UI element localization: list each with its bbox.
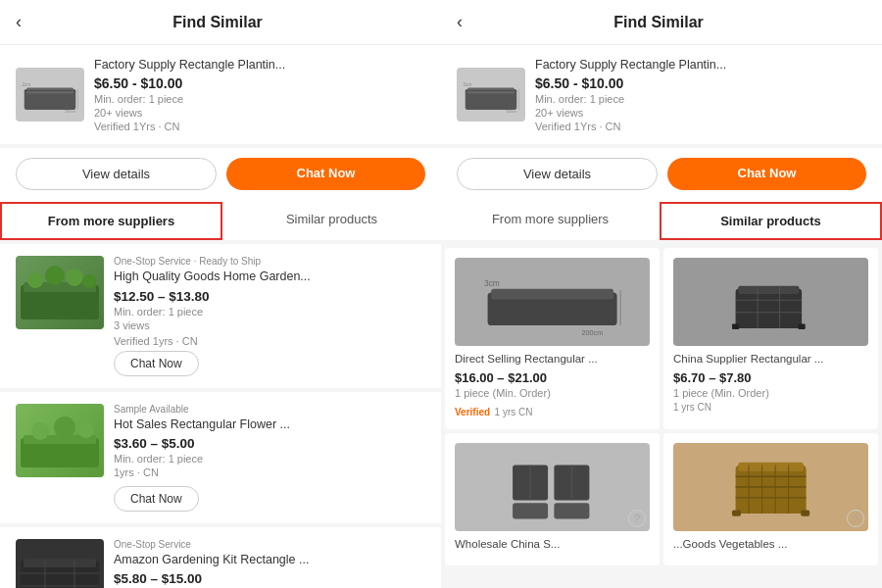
svg-rect-30 [491,289,613,300]
left-btn-row: View details Chat Now [0,148,441,202]
left-supplier-badge-1: Sample Available [114,404,425,415]
left-supplier-verified-0: Verified 1yrs · CN [114,335,425,347]
left-supplier-img-2 [16,539,104,588]
similar-item-moq-1: 1 piece (Min. Order) [673,387,868,399]
right-product-min-order: Min. order: 1 piece [535,93,866,105]
similar-yrs-1: 1 yrs CN [673,402,711,413]
left-supplier-name-0: High Quality Goods Home Garden... [114,269,425,284]
right-product-thumb: 2cm 150cm [457,68,525,122]
similar-item-img-1 [673,258,868,346]
svg-rect-35 [738,286,799,294]
left-supplier-name-1: Hot Sales Rectangular Flower ... [114,416,425,432]
right-product-name: Factory Supply Rectangle Plantin... [535,57,866,73]
similar-item-footer-0: Verified 1 yrs CN [455,402,650,419]
left-panel: ‹ Find Similar 2cm 150cm Factory Supply … [0,0,441,588]
svg-text:200cm: 200cm [582,328,604,337]
similar-item-img-0: 3cm 200cm [455,258,650,346]
svg-point-8 [27,272,43,288]
svg-text:3cm: 3cm [484,279,500,289]
similar-item-name-2: Wholesale China S... [455,537,650,552]
similar-item-name-3: ...Goods Vegetables ... [673,537,868,552]
similar-item-moq-0: 1 piece (Min. Order) [455,387,650,399]
right-product-views: 20+ views [535,107,866,119]
right-view-details-button[interactable]: View details [457,158,658,190]
similar-item-name-1: China Supplier Rectangular ... [673,352,868,367]
svg-rect-40 [732,324,739,329]
right-product-card: 2cm 150cm Factory Supply Rectangle Plant… [441,45,882,144]
left-product-thumb: 2cm 150cm [16,68,84,122]
left-product-name: Factory Supply Rectangle Plantin... [94,57,425,73]
left-supplier-views-0: 3 views [114,319,425,331]
svg-point-11 [82,274,96,288]
right-panel: ‹ Find Similar 2cm 150cm Factory Supply … [441,0,882,588]
left-supplier-chat-1[interactable]: Chat Now [114,486,199,512]
left-header: ‹ Find Similar [0,0,441,45]
left-supplier-item-0: One-Stop Service · Ready to Ship High Qu… [0,244,441,387]
left-supplier-info-1: Sample Available Hot Sales Rectangular F… [114,404,425,512]
similar-item-price-1: $6.70 – $7.80 [673,370,868,385]
similar-item-price-0: $16.00 – $21.00 [455,370,650,385]
right-product-info: Factory Supply Rectangle Plantin... $6.5… [535,57,866,132]
left-supplier-chat-0[interactable]: Chat Now [114,351,199,376]
left-supplier-img-1 [16,404,104,477]
right-tab-from-suppliers[interactable]: From more suppliers [441,202,660,240]
left-product-views: 20+ views [94,107,425,119]
left-header-title: Find Similar [33,14,402,31]
left-product-info: Factory Supply Rectangle Plantin... $6.5… [94,57,425,132]
right-back-icon[interactable]: ‹ [457,12,463,32]
svg-rect-48 [736,466,807,514]
left-product-price: $6.50 - $10.00 [94,75,425,91]
svg-point-14 [31,422,49,440]
similar-item-1[interactable]: China Supplier Rectangular ... $6.70 – $… [663,248,878,429]
svg-rect-45 [554,503,589,518]
similar-help-icon-2[interactable]: ? [628,510,646,527]
similar-verified-0: Verified [455,407,490,417]
left-supplier-info-0: One-Stop Service · Ready to Ship High Qu… [114,256,425,375]
svg-rect-18 [24,559,96,567]
similar-item-name-0: Direct Selling Rectangular ... [455,352,650,367]
left-product-card: 2cm 150cm Factory Supply Rectangle Plant… [0,45,441,144]
similar-item-img-3: ? [673,443,868,531]
similar-item-0[interactable]: 3cm 200cm Direct Selling Rectangular ...… [445,248,660,429]
svg-text:150cm: 150cm [65,110,75,114]
right-tabs: From more suppliers Similar products [441,202,882,240]
similar-item-2[interactable]: ? Wholesale China S... [445,433,660,565]
svg-text:2cm: 2cm [23,82,31,87]
svg-rect-41 [798,324,805,329]
right-btn-row: View details Chat Now [441,148,882,202]
left-supplier-views-1: 1yrs · CN [114,466,425,478]
left-product-min-order: Min. order: 1 piece [94,93,425,105]
left-supplier-price-0: $12.50 – $13.80 [114,289,425,304]
svg-point-15 [54,416,75,438]
left-verified-badge: Verified 1Yrs · CN [94,121,425,132]
similar-item-img-2: ? [455,443,650,531]
left-supplier-img-0 [16,256,104,329]
right-verified-badge: Verified 1Yrs · CN [535,121,866,132]
left-supplier-name-2: Amazon Gardening Kit Rectangle ... [114,552,425,567]
left-tab-similar-products[interactable]: Similar products [222,202,441,240]
left-supplier-badge-0: One-Stop Service · Ready to Ship [114,256,425,267]
similar-item-3[interactable]: ? ...Goods Vegetables ... [663,433,878,565]
svg-rect-49 [738,463,804,471]
left-view-details-button[interactable]: View details [16,158,217,190]
left-chat-now-button[interactable]: Chat Now [226,158,425,190]
similar-yrs-0: 1 yrs CN [495,407,533,417]
left-supplier-item-2: One-Stop Service Amazon Gardening Kit Re… [0,527,441,588]
svg-rect-34 [736,289,803,329]
left-supplier-price-2: $5.80 – $15.00 [114,571,425,586]
right-header-title: Find Similar [474,14,843,31]
svg-point-9 [45,266,65,285]
right-tab-similar-products[interactable]: Similar products [660,202,882,240]
svg-rect-57 [732,511,741,516]
similar-help-icon-3[interactable]: ? [847,510,864,527]
svg-point-16 [78,422,94,438]
svg-rect-58 [801,511,809,516]
left-supplier-badge-2: One-Stop Service [114,539,425,550]
svg-text:2cm: 2cm [464,82,472,87]
left-tabs: From more suppliers Similar products [0,202,441,240]
svg-text:150cm: 150cm [506,110,516,114]
left-tab-from-suppliers[interactable]: From more suppliers [0,202,222,240]
left-back-icon[interactable]: ‹ [16,12,22,32]
right-chat-now-button[interactable]: Chat Now [667,158,866,190]
svg-point-10 [66,269,83,286]
